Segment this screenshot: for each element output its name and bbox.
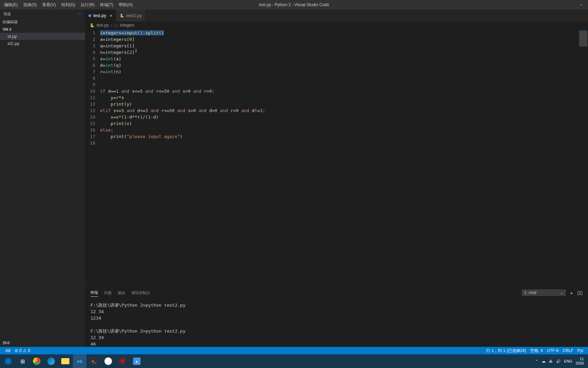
tab-test2-py[interactable]: 🐍 test2.py (116, 10, 146, 21)
status-language[interactable]: Pyt (575, 348, 585, 353)
titlebar: 编辑(E) 选择(S) 查看(V) 转到(G) 运行(R) 终端(T) 帮助(H… (0, 0, 588, 10)
status-arch[interactable]: -bit (3, 348, 13, 353)
explorer-icon[interactable] (59, 354, 72, 368)
sidebar-file-test2[interactable]: st2.py (0, 40, 85, 47)
tray-language[interactable]: ENG (564, 359, 572, 363)
dirty-indicator-icon (88, 14, 91, 17)
status-problems[interactable]: ⊘0 ⚠0 (13, 348, 32, 353)
panel-tab-debug[interactable]: 调试控制台 (131, 289, 150, 297)
sidebar-footer[interactable]: 脚本 (0, 339, 85, 347)
explorer-more-icon[interactable]: ··· (78, 12, 82, 17)
breadcrumb[interactable]: 🐍 test.py › ⬚ integers (85, 21, 588, 29)
sidebar-file-test[interactable]: st.py (0, 33, 85, 40)
menu-help[interactable]: 帮助(H) (116, 1, 135, 9)
menu-edit[interactable]: 编辑(E) (1, 1, 20, 9)
menu-go[interactable]: 转到(G) (59, 1, 78, 9)
windows-taskbar: ⊞ ⧓ >_ ▲ ⌃ ☁ 🖧 🔊 ENG 11 2020 (0, 354, 588, 368)
menu-view[interactable]: 查看(V) (39, 1, 59, 9)
explorer-sidebar: 理器 ··· 的编辑器 ON 2 st.py st2.py 脚本 (0, 10, 85, 347)
python-file-icon: 🐍 (119, 13, 124, 18)
system-tray[interactable]: ⌃ ☁ 🖧 🔊 ENG 11 2020 (535, 357, 587, 366)
edge-icon[interactable] (44, 354, 58, 368)
status-indent[interactable]: 空格: 4 (528, 348, 545, 354)
minimap[interactable] (578, 29, 588, 287)
tab-test-py[interactable]: test.py × (85, 10, 116, 21)
chevron-down-icon: ⌄ (560, 290, 564, 295)
panel-tabbar: 终端 问题 输出 调试控制台 1: cmd ⌄ + ▯▯ (85, 288, 588, 298)
app-icon[interactable] (101, 354, 115, 368)
start-button[interactable] (1, 354, 15, 368)
record-icon[interactable] (116, 354, 129, 368)
tab-bar: test.py × 🐍 test2.py (85, 10, 588, 21)
tray-cloud-icon[interactable]: ☁ (542, 359, 545, 364)
meeting-icon[interactable]: ▲ (130, 354, 144, 368)
panel-tab-problems[interactable]: 问题 (104, 289, 112, 297)
menu-run[interactable]: 运行(R) (78, 1, 97, 9)
chevron-right-icon: › (111, 23, 112, 28)
chrome-icon[interactable] (30, 354, 44, 368)
breadcrumb-file[interactable]: test.py (97, 23, 109, 28)
status-cursor-pos[interactable]: 行 1，列 1 (已选择24) (484, 348, 528, 354)
panel-tab-output[interactable]: 输出 (118, 289, 125, 297)
variable-icon: ⬚ (114, 23, 118, 28)
split-terminal-icon[interactable]: ▯▯ (577, 290, 583, 296)
code-content[interactable]: integers=input().split() a=integers[0] q… (100, 29, 578, 287)
code-editor[interactable]: 1234 5678 9101112 13141516 1718 integers… (85, 29, 588, 287)
bottom-panel: 终端 问题 输出 调试控制台 1: cmd ⌄ + ▯▯ F:\路技\讲课\Py… (85, 287, 588, 347)
menu-terminal[interactable]: 终端(T) (97, 1, 116, 9)
terminal-selector[interactable]: 1: cmd ⌄ (522, 289, 566, 296)
tray-clock[interactable]: 11 2020 (576, 357, 584, 366)
menu-bar: 编辑(E) 选择(S) 查看(V) 转到(G) 运行(R) 终端(T) 帮助(H… (0, 1, 135, 9)
menu-select[interactable]: 选择(S) (20, 1, 39, 9)
line-number-gutter: 1234 5678 9101112 13141516 1718 (85, 29, 100, 287)
editor-area: test.py × 🐍 test2.py 🐍 test.py › ⬚ integ… (85, 10, 588, 347)
minimize-button[interactable]: ─ (574, 0, 588, 10)
window-controls: ─ (574, 0, 588, 10)
status-bar: -bit ⊘0 ⚠0 行 1，列 1 (已选择24) 空格: 4 UTF-8 C… (0, 347, 588, 354)
error-icon: ⊘ (15, 348, 18, 353)
window-title: test.py - Python 2 - Visual Studio Code (259, 2, 329, 7)
warning-icon: ⚠ (23, 348, 27, 353)
tray-volume-icon[interactable]: 🔊 (556, 359, 561, 364)
folder-section[interactable]: ON 2 (0, 26, 85, 33)
terminal-content[interactable]: F:\路技\讲课\Python 2>python test2.py 12 34 … (85, 298, 588, 347)
task-view-icon[interactable]: ⊞ (16, 354, 29, 368)
tray-chevron-icon[interactable]: ⌃ (535, 359, 538, 364)
panel-tab-terminal[interactable]: 终端 (91, 289, 98, 297)
tab-label: test2.py (126, 13, 142, 18)
terminal-app-icon[interactable]: >_ (87, 354, 101, 368)
new-terminal-icon[interactable]: + (570, 290, 573, 296)
status-encoding[interactable]: UTF-8 (545, 348, 560, 353)
tray-network-icon[interactable]: 🖧 (549, 359, 553, 363)
close-icon[interactable]: × (110, 13, 112, 18)
breadcrumb-symbol[interactable]: integers (120, 23, 134, 28)
tab-label: test.py (93, 13, 106, 18)
python-file-icon: 🐍 (90, 23, 95, 28)
open-editors-label[interactable]: 的编辑器 (0, 18, 85, 26)
vscode-icon[interactable]: ⧓ (73, 354, 86, 368)
status-eol[interactable]: CRLF (560, 348, 575, 353)
explorer-title: 理器 (3, 12, 11, 17)
